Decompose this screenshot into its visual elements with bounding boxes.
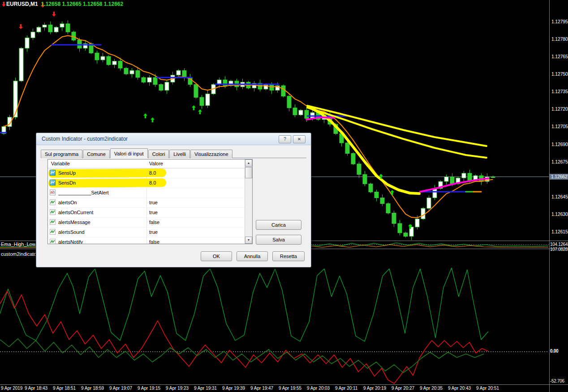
time-label: 9 Apr 19:31 [194, 386, 217, 391]
variable-name: SensDn [58, 180, 76, 185]
time-label: 9 Apr 20:43 [448, 386, 471, 391]
tab-sul-programma[interactable]: Sul programma [41, 150, 82, 158]
price-label: 1.12615 [551, 229, 568, 234]
tab-livelli[interactable]: Livelli [169, 150, 190, 158]
tab-visualizzazione[interactable]: Visualizzazione [190, 150, 232, 158]
variable-value[interactable]: true [149, 200, 158, 205]
ema-pane-value: 104.1264 [550, 242, 568, 247]
cancel-button[interactable]: Annulla [237, 251, 268, 261]
oscillator-zero-value: 0.00 [550, 349, 558, 353]
input-row-setalert[interactable]: ab____________SetAlert [48, 188, 245, 198]
variable-name: alertsOnCurrent [58, 210, 93, 215]
tab-colori[interactable]: Colori [148, 150, 169, 158]
variable-value[interactable]: false [149, 239, 159, 244]
price-label: 1.12795 [551, 19, 568, 24]
variable-value[interactable]: true [149, 210, 158, 215]
price-label: 1.12675 [551, 159, 568, 164]
variable-value[interactable]: 8.0 [149, 170, 156, 176]
help-button[interactable]: ? [279, 135, 291, 143]
variable-name: alertsOn [58, 200, 77, 205]
price-label: 1.12630 [551, 211, 568, 217]
variable-value[interactable]: 8.0 [149, 180, 156, 185]
bool-type-icon [50, 229, 56, 235]
time-label: 9 Apr 19:15 [138, 386, 160, 391]
time-label: 9 Apr 18:51 [53, 386, 76, 391]
time-label: 9 Apr 20:35 [420, 386, 443, 391]
time-label: 9 Apr 18:59 [81, 386, 104, 391]
table-header: Variabile Valore [48, 159, 245, 168]
input-row-sensup[interactable]: SensUp8.0 [48, 168, 245, 178]
time-label: 9 Apr 19:47 [250, 386, 273, 391]
input-row-alertsoncurrent[interactable]: alertsOnCurrenttrue [48, 208, 245, 218]
input-row-sensdn[interactable]: SensDn8.0 [48, 178, 245, 188]
input-row-alertson[interactable]: alertsOntrue [48, 198, 245, 208]
number-type-icon [50, 180, 56, 185]
current-price-tag: 1.12662 [550, 174, 568, 180]
symbol-ohlc-values: 1.12658 1.12665 1.12658 1.12662 [41, 1, 124, 7]
price-label: 1.12645 [551, 194, 568, 199]
save-button[interactable]: Salva [256, 235, 301, 245]
time-label: 9 Apr 20:03 [307, 386, 330, 391]
reset-button[interactable]: Resetta [272, 251, 305, 261]
custom-indicator-dialog: Custom Indicator - custom2indicator ? ✕ … [36, 133, 311, 267]
scroll-thumb[interactable] [245, 167, 252, 178]
column-header-value: Valore [149, 161, 163, 166]
input-row-alertsmessage[interactable]: alertsMessagefalse [48, 218, 245, 228]
ok-button[interactable]: OK [201, 251, 232, 261]
time-label: 9 Apr 2019 [1, 386, 22, 391]
oscillator-min-value: -52.706 [550, 379, 564, 383]
column-header-variable: Variabile [51, 161, 70, 166]
chart-title: EURUSD,M11.12658 1.12665 1.12658 1.12662 [6, 1, 123, 7]
variable-name: alertsNotify [58, 239, 83, 244]
tab-valori-di-input[interactable]: Valori di input [110, 148, 148, 158]
tab-comune[interactable]: Comune [83, 150, 110, 158]
variable-value[interactable]: true [149, 229, 158, 235]
input-row-alertsnotify[interactable]: alertsNotifyfalse [48, 237, 245, 244]
table-body: SensUp8.0SensDn8.0ab____________SetAlert… [48, 168, 245, 244]
dialog-title: Custom Indicator - custom2indicator [42, 136, 128, 142]
price-label: 1.12750 [551, 71, 568, 77]
price-label: 1.12720 [551, 106, 568, 112]
price-label: 1.12705 [551, 124, 568, 129]
mt4-chart-window: EURUSD,M11.12658 1.12665 1.12658 1.12662… [0, 0, 568, 392]
close-icon[interactable]: ✕ [293, 135, 306, 143]
number-type-icon [50, 170, 56, 176]
ema-indicator-label: Ema_High_Low 1.5 [1, 241, 35, 247]
variable-name: alertsSound [58, 229, 85, 235]
symbol-name: EURUSD,M1 [6, 1, 38, 7]
price-label: 1.12735 [551, 89, 568, 94]
table-scrollbar[interactable]: ▲ ▼ [245, 159, 252, 244]
time-label: 9 Apr 19:55 [279, 386, 301, 391]
bool-type-icon [50, 239, 56, 244]
load-button[interactable]: Carica [256, 220, 301, 230]
bool-type-icon [50, 209, 56, 215]
time-label: 9 Apr 19:39 [222, 386, 245, 391]
dialog-titlebar[interactable]: Custom Indicator - custom2indicator ? ✕ [36, 133, 311, 145]
time-label: 9 Apr 18:43 [25, 386, 47, 391]
time-label: 9 Apr 20:19 [363, 386, 386, 391]
oscillator-max-value: 107.0828 [550, 247, 568, 252]
variable-value[interactable]: false [149, 220, 159, 225]
time-label: 9 Apr 20:11 [335, 386, 357, 391]
bool-type-icon [50, 199, 56, 205]
time-label: 9 Apr 19:23 [166, 386, 189, 391]
price-label: 1.12690 [551, 142, 568, 147]
variable-name: SensUp [58, 170, 76, 176]
input-row-alertssound[interactable]: alertsSoundtrue [48, 228, 245, 237]
time-scale[interactable]: 9 Apr 20199 Apr 18:439 Apr 18:519 Apr 18… [0, 385, 549, 392]
price-scale[interactable]: 1.12662 1.127951.127801.127651.127501.12… [550, 0, 568, 384]
oscillator-indicator-label: custom2indicator 1. [1, 251, 35, 257]
time-label: 9 Apr 19:07 [109, 386, 132, 391]
dialog-tab-strip: Sul programmaComuneValori di inputColori… [41, 148, 306, 158]
bool-type-icon [50, 219, 56, 225]
string-type-icon: ab [50, 190, 56, 195]
price-label: 1.12780 [551, 36, 568, 42]
time-label: 9 Apr 20:51 [476, 386, 499, 391]
scroll-up-icon[interactable]: ▲ [245, 159, 252, 167]
inputs-table: Variabile Valore SensUp8.0SensDn8.0ab___… [47, 159, 253, 244]
variable-name: alertsMessage [58, 220, 90, 225]
variable-name: ____________SetAlert [58, 190, 109, 195]
scroll-down-icon[interactable]: ▼ [245, 237, 252, 244]
time-label: 9 Apr 20:27 [392, 386, 414, 391]
price-label: 1.12765 [551, 54, 568, 59]
